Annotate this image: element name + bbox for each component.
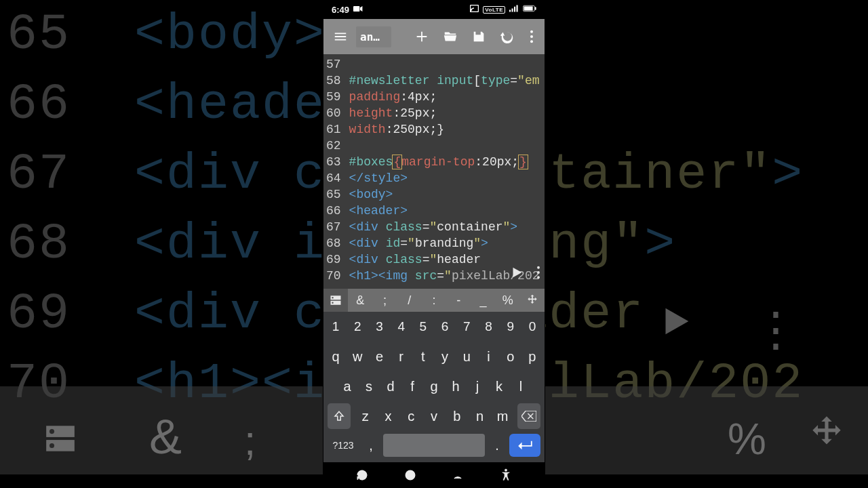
key-9[interactable]: 9 — [500, 314, 521, 340]
special-key-&[interactable]: & — [348, 289, 372, 312]
key-p[interactable]: p — [522, 344, 542, 369]
run-button[interactable] — [509, 265, 524, 285]
key-s[interactable]: s — [359, 373, 379, 399]
svg-point-20 — [406, 470, 414, 479]
key-0[interactable]: 0 — [522, 314, 542, 340]
svg-point-17 — [332, 297, 333, 298]
code-line[interactable]: #newsletter input[type="em — [349, 73, 545, 89]
key-4[interactable]: 4 — [391, 314, 412, 340]
open-folder-button[interactable] — [437, 23, 463, 50]
line-number: 61 — [326, 121, 341, 138]
code-line[interactable]: <header> — [349, 203, 545, 219]
comma-key[interactable]: , — [363, 434, 379, 457]
backspace-key[interactable] — [517, 403, 540, 429]
line-number: 65 — [326, 186, 341, 203]
code-line[interactable]: width:250px;} — [349, 121, 545, 138]
svg-rect-7 — [524, 6, 533, 10]
key-w[interactable]: w — [347, 344, 368, 369]
symbols-key[interactable]: ?123 — [328, 434, 359, 457]
line-number: 58 — [326, 73, 341, 89]
key-c[interactable]: c — [400, 403, 422, 429]
shift-key[interactable] — [328, 403, 351, 429]
line-number: 68 — [326, 235, 341, 251]
space-key[interactable] — [383, 434, 485, 457]
svg-point-1 — [50, 429, 54, 434]
key-n[interactable]: n — [469, 403, 491, 429]
key-m[interactable]: m — [492, 403, 513, 429]
special-key--[interactable]: - — [446, 289, 471, 312]
code-line[interactable] — [349, 56, 545, 73]
code-line[interactable]: padding:4px; — [349, 89, 545, 105]
editor-more-button[interactable] — [536, 266, 540, 284]
key-7[interactable]: 7 — [456, 314, 477, 340]
editor-overlay — [509, 265, 540, 285]
code-line[interactable]: height:25px; — [349, 105, 545, 121]
period-key[interactable]: . — [489, 434, 505, 457]
code-content[interactable]: #newsletter input[type="empadding:4px;he… — [344, 54, 545, 289]
code-line[interactable]: <body> — [349, 186, 545, 203]
key-g[interactable]: g — [424, 373, 444, 399]
code-line[interactable]: <div id="branding"> — [349, 235, 545, 251]
key-6[interactable]: 6 — [435, 314, 455, 340]
key-k[interactable]: k — [489, 373, 509, 399]
key-q[interactable]: q — [326, 344, 346, 369]
svg-point-21 — [505, 469, 507, 471]
code-line[interactable] — [349, 138, 545, 154]
special-key-_[interactable]: _ — [471, 289, 495, 312]
code-line[interactable]: #boxes{margin-top:20px;} — [349, 154, 545, 170]
svg-point-13 — [537, 266, 540, 269]
svg-point-10 — [530, 30, 533, 33]
svg-point-14 — [537, 271, 540, 274]
key-y[interactable]: y — [435, 344, 455, 369]
special-key-;[interactable]: ; — [372, 289, 397, 312]
key-u[interactable]: u — [456, 344, 477, 369]
tab-filename[interactable]: an… — [356, 26, 391, 47]
key-r[interactable]: r — [391, 344, 412, 369]
key-1[interactable]: 1 — [326, 314, 346, 340]
svg-rect-8 — [535, 7, 536, 10]
special-key-%[interactable]: % — [496, 289, 520, 312]
key-o[interactable]: o — [500, 344, 521, 369]
special-key-:[interactable]: : — [422, 289, 446, 312]
new-file-button[interactable] — [409, 23, 435, 50]
save-button[interactable] — [466, 23, 492, 50]
video-recording-icon — [353, 5, 363, 14]
menu-button[interactable] — [328, 23, 353, 50]
nav-accessibility-button[interactable] — [496, 467, 515, 483]
key-d[interactable]: d — [380, 373, 401, 399]
code-line[interactable]: <div class="container"> — [349, 219, 545, 235]
enter-key[interactable] — [509, 434, 540, 457]
key-l[interactable]: l — [511, 373, 531, 399]
nav-back-button[interactable] — [448, 467, 467, 483]
key-f[interactable]: f — [402, 373, 422, 399]
key-j[interactable]: j — [467, 373, 488, 399]
undo-button[interactable] — [494, 23, 520, 50]
special-key-/[interactable]: / — [397, 289, 422, 312]
key-8[interactable]: 8 — [478, 314, 498, 340]
key-3[interactable]: 3 — [369, 314, 389, 340]
nav-home-button[interactable] — [401, 467, 420, 483]
code-line[interactable]: </style> — [349, 170, 545, 186]
nav-refresh-button[interactable] — [353, 467, 372, 483]
key-a[interactable]: a — [337, 373, 357, 399]
svg-point-15 — [537, 276, 540, 279]
svg-point-11 — [530, 35, 533, 38]
key-v[interactable]: v — [423, 403, 445, 429]
special-move-key[interactable] — [520, 289, 545, 312]
key-b[interactable]: b — [446, 403, 468, 429]
key-x[interactable]: x — [378, 403, 399, 429]
key-h[interactable]: h — [446, 373, 466, 399]
key-i[interactable]: i — [478, 344, 498, 369]
code-editor[interactable]: 5758596061626364656667686970 #newsletter… — [323, 54, 545, 289]
special-settings-key[interactable] — [323, 289, 348, 312]
key-2[interactable]: 2 — [347, 314, 368, 340]
soft-keyboard: 1234567890 qwertyuiop asdfghjkl zxcvbnm … — [323, 312, 545, 462]
more-button[interactable] — [523, 23, 540, 50]
key-t[interactable]: t — [413, 344, 433, 369]
svg-rect-9 — [479, 33, 480, 35]
key-5[interactable]: 5 — [413, 314, 433, 340]
signal-icon — [509, 5, 519, 14]
key-e[interactable]: e — [369, 344, 389, 369]
key-z[interactable]: z — [355, 403, 376, 429]
cast-icon — [470, 5, 479, 14]
